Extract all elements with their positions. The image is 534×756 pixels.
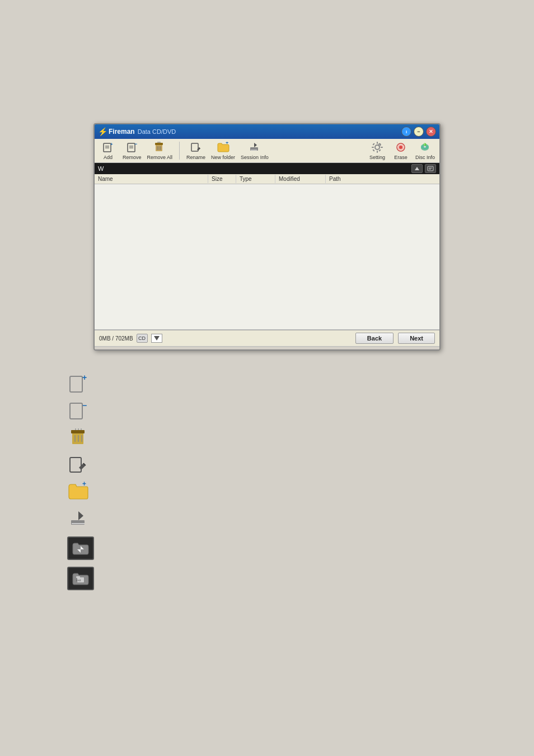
- svg-rect-24: [377, 151, 378, 153]
- back-button[interactable]: Back: [355, 333, 394, 344]
- up-folder-nav-icon[interactable]: [67, 536, 94, 560]
- rename-label: Rename: [186, 155, 205, 160]
- remove-file-big-icon[interactable]: −: [67, 400, 90, 422]
- col-size[interactable]: Size: [208, 175, 236, 183]
- svg-marker-43: [154, 336, 160, 340]
- remove-icon: −: [126, 141, 138, 153]
- file-list[interactable]: [95, 184, 439, 330]
- col-modified[interactable]: Modified: [275, 175, 326, 183]
- edit-tools-group: Rename + New folder: [186, 141, 269, 160]
- svg-point-33: [399, 146, 402, 149]
- svg-rect-56: [70, 458, 81, 472]
- erase-label: Erase: [394, 155, 407, 160]
- svg-rect-49: [71, 430, 85, 433]
- svg-rect-16: [191, 143, 198, 151]
- new-folder-button[interactable]: + New folder: [211, 141, 235, 160]
- file-tools-group: + Add − Remove: [99, 141, 172, 160]
- new-folder-icon: +: [217, 141, 229, 153]
- logo-icon: ⚡: [98, 127, 107, 136]
- svg-rect-64: [76, 576, 80, 578]
- svg-rect-9: [155, 143, 163, 145]
- rename-big-icon[interactable]: [67, 454, 90, 476]
- column-headers: Name Size Type Modified Path: [95, 174, 439, 184]
- address-input[interactable]: [98, 165, 409, 172]
- svg-rect-28: [378, 149, 381, 151]
- app-subtitle: Data CD/DVD: [136, 128, 176, 135]
- svg-marker-20: [254, 143, 257, 147]
- rename-icon: [190, 141, 202, 153]
- root-folder-nav-icon[interactable]: root: [67, 567, 94, 590]
- svg-marker-60: [78, 511, 83, 520]
- nav-buttons: Back Next: [355, 333, 435, 344]
- addressbar: [95, 163, 439, 174]
- right-tools-group: ⚙ Setting Erase: [368, 141, 435, 160]
- svg-text:+: +: [82, 374, 87, 382]
- disc-info-button[interactable]: ! Disc Info: [415, 141, 435, 160]
- remove-label: Remove: [123, 155, 142, 160]
- svg-text:−: −: [82, 401, 87, 410]
- titlebar: ⚡ Fireman Data CD/DVD i − ✕: [95, 124, 439, 139]
- app-logo: ⚡ Fireman Data CD/DVD: [98, 127, 176, 136]
- next-button[interactable]: Next: [398, 333, 435, 344]
- svg-text:+: +: [82, 481, 86, 488]
- svg-point-36: [424, 146, 426, 148]
- svg-rect-25: [372, 147, 374, 148]
- session-info-icon: [249, 141, 261, 153]
- statusbar: 0MB / 702MB CD Back Next: [95, 330, 439, 346]
- cd-icon: CD: [137, 334, 148, 343]
- nav-down-btn[interactable]: [425, 164, 436, 173]
- svg-rect-46: [70, 403, 82, 419]
- rename-button[interactable]: Rename: [186, 141, 205, 160]
- status-left: 0MB / 702MB CD: [99, 334, 162, 343]
- setting-button[interactable]: ⚙ Setting: [368, 141, 386, 160]
- erase-icon: [395, 141, 407, 153]
- svg-text:root: root: [76, 578, 81, 582]
- toolbar: + Add − Remove: [95, 139, 439, 163]
- svg-rect-44: [70, 376, 82, 392]
- svg-text:+: +: [110, 142, 113, 147]
- add-button[interactable]: + Add: [99, 141, 117, 160]
- remove-all-icon: [153, 141, 166, 153]
- session-info-label: Session Info: [241, 155, 269, 160]
- svg-text:⚙: ⚙: [378, 143, 381, 147]
- remove-all-label: Remove All: [147, 155, 173, 160]
- progress-bar-container: [95, 346, 439, 349]
- svg-text:+: +: [226, 142, 228, 146]
- svg-rect-26: [381, 147, 383, 148]
- new-folder-label: New folder: [211, 155, 235, 160]
- svg-rect-30: [372, 149, 374, 151]
- col-name[interactable]: Name: [95, 175, 208, 183]
- app-title: Fireman: [109, 128, 135, 136]
- main-window: ⚡ Fireman Data CD/DVD i − ✕ +: [93, 123, 441, 351]
- minimize-button[interactable]: −: [414, 127, 424, 137]
- remove-all-big-icon[interactable]: [67, 427, 90, 449]
- capacity-label: 0MB / 702MB: [99, 335, 133, 342]
- svg-marker-39: [415, 167, 419, 170]
- add-icon: +: [102, 141, 114, 153]
- col-path: Path: [326, 175, 439, 183]
- close-button[interactable]: ✕: [426, 127, 436, 137]
- add-file-big-icon[interactable]: +: [67, 373, 90, 395]
- titlebar-left: ⚡ Fireman Data CD/DVD: [98, 127, 176, 136]
- setting-label: Setting: [369, 155, 385, 160]
- add-label: Add: [104, 155, 113, 160]
- svg-rect-27: [372, 143, 374, 145]
- setting-icon: ⚙: [371, 141, 383, 153]
- disc-info-icon: !: [419, 141, 431, 153]
- col-type[interactable]: Type: [236, 175, 275, 183]
- disc-info-label: Disc Info: [415, 155, 435, 160]
- nav-up-btn[interactable]: [411, 164, 423, 173]
- icons-area: + − +: [67, 373, 94, 590]
- session-info-big-icon[interactable]: [67, 507, 90, 530]
- session-info-button[interactable]: Session Info: [241, 141, 269, 160]
- svg-rect-40: [428, 166, 433, 171]
- toolbar-separator-1: [179, 142, 180, 160]
- new-folder-big-icon[interactable]: +: [67, 480, 90, 503]
- erase-button[interactable]: Erase: [392, 141, 410, 160]
- info-button[interactable]: i: [401, 127, 411, 137]
- remove-all-button[interactable]: Remove All: [147, 141, 173, 160]
- titlebar-controls: i − ✕: [401, 127, 436, 137]
- remove-button[interactable]: − Remove: [123, 141, 142, 160]
- disc-type-dropdown[interactable]: [151, 334, 162, 343]
- svg-text:−: −: [134, 142, 137, 147]
